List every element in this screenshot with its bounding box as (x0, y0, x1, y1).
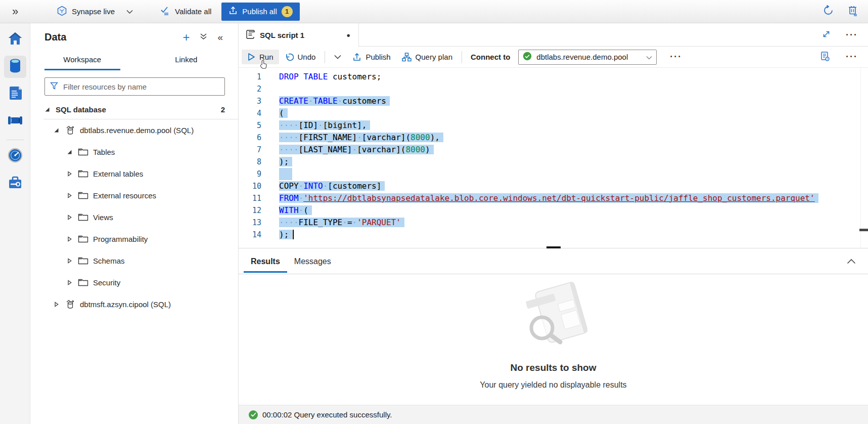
code-line-10[interactable]: 10COPY·INTO·[customers] (239, 180, 868, 192)
environment-selector[interactable]: Synapse live (50, 3, 140, 21)
manage-icon (8, 176, 23, 192)
tree-item-dbtmsft-azsyn-cipool[interactable]: dbtmsft.azsyn.cipool (SQL) (30, 293, 238, 315)
selection-highlight: ····[ID]·[bigint], (279, 120, 370, 130)
code-line-11[interactable]: 11FROM·'https://dbtlabsynapsedatalake.bl… (239, 192, 868, 204)
undo-button[interactable]: Undo (279, 50, 322, 64)
tree-item-security[interactable]: Security (30, 272, 238, 293)
tree-item-label: SQL database (56, 105, 106, 114)
text-caret (293, 230, 294, 239)
scrollbar-thumb[interactable] (859, 229, 868, 231)
collapse-panel-icon[interactable]: « (217, 32, 223, 43)
tab-linked[interactable]: Linked (134, 51, 239, 70)
tree-item-external-tables[interactable]: External tables (30, 163, 238, 185)
toolbar-separator (462, 51, 462, 63)
selection-highlight (279, 168, 292, 180)
publish-label: Publish (366, 53, 390, 61)
script-toolbar: Run Undo Publish Query plan Connect to d… (239, 47, 868, 68)
no-results-title: No results to show (511, 362, 597, 373)
query-plan-label: Query plan (416, 53, 452, 61)
collapse-all-icon[interactable] (200, 33, 207, 42)
collapsed-expander-icon[interactable] (67, 193, 78, 198)
folder-icon (78, 235, 93, 243)
line-number: 5 (239, 119, 261, 132)
expanded-expander-icon[interactable] (54, 128, 65, 133)
refresh-icon[interactable] (823, 5, 834, 18)
undo-redo-dropdown-icon[interactable] (329, 52, 347, 62)
tree-item-schemas[interactable]: Schemas (30, 250, 238, 272)
tree-item-dbtlabs-revenue-demo-pool[interactable]: dbtlabs.revenue.demo.pool (SQL) (30, 119, 238, 141)
publish-all-button[interactable]: Publish all 1 (221, 3, 299, 21)
tree-item-label: Tables (93, 148, 115, 156)
code-line-7[interactable]: 7····[LAST_NAME]·[varchar](8000) (239, 144, 868, 156)
editor-more-icon[interactable]: ··· (846, 52, 858, 62)
tab-sql-script-1[interactable]: SQL script 1 ● (239, 23, 359, 47)
sql-code-editor[interactable]: 1DROP TABLE customers;23CREATE·TABLE·cus… (239, 68, 868, 248)
code-line-6[interactable]: 6····[FIRST_NAME]·[varchar](8000), (239, 132, 868, 144)
filter-resources-input-box[interactable] (44, 77, 225, 96)
rail-item-monitor[interactable] (4, 145, 26, 167)
code-line-5[interactable]: 5····[ID]·[bigint], (239, 119, 868, 132)
publish-icon (229, 6, 238, 17)
discard-all-icon[interactable] (847, 5, 859, 18)
collapsed-expander-icon[interactable] (67, 280, 78, 285)
code-line-4[interactable]: 4( (239, 107, 868, 119)
synapse-logo-icon (57, 6, 67, 18)
tree-item-programmability[interactable]: Programmability (30, 228, 238, 250)
rail-item-home[interactable] (4, 28, 26, 51)
tab-more-actions-icon[interactable]: ··· (846, 30, 858, 40)
code-line-9[interactable]: 9 (239, 168, 868, 180)
line-number: 14 (239, 229, 261, 241)
filter-resources-input[interactable] (63, 82, 219, 91)
toolbar-more-icon[interactable]: ··· (670, 52, 682, 62)
code-line-14[interactable]: 14); (239, 229, 868, 241)
tree-item-tables[interactable]: Tables (30, 141, 238, 163)
add-resource-icon[interactable]: + (182, 32, 190, 43)
rail-item-manage[interactable] (4, 173, 26, 195)
line-number: 6 (239, 132, 261, 144)
tab-workspace[interactable]: Workspace (30, 51, 134, 70)
code-line-12[interactable]: 12WITH·( (239, 204, 868, 217)
validate-all-button[interactable]: Validate all (153, 3, 218, 21)
tree-item-external-resources[interactable]: External resources (30, 185, 238, 206)
tab-messages[interactable]: Messages (287, 256, 338, 271)
collapsed-expander-icon[interactable] (67, 215, 78, 220)
selection-highlight: ····[LAST_NAME]·[varchar](8000) (279, 145, 434, 154)
undo-label: Undo (298, 53, 316, 61)
code-line-2[interactable]: 2 (239, 83, 868, 95)
properties-icon[interactable] (819, 51, 831, 64)
collapsed-expander-icon[interactable] (54, 302, 65, 307)
code-line-1[interactable]: 1DROP TABLE customers; (239, 71, 868, 83)
code-line-3[interactable]: 3CREATE·TABLE·customers (239, 95, 868, 107)
tree-item-sql-database[interactable]: SQL database2 (30, 100, 238, 119)
splitter-handle[interactable] (546, 246, 561, 248)
tree-item-label: Views (93, 213, 113, 222)
tree-item-label: dbtlabs.revenue.demo.pool (SQL) (80, 126, 194, 135)
database-icon (65, 299, 80, 310)
data-icon (9, 58, 22, 75)
connect-pool-dropdown[interactable]: dbtlabs.revenue.demo.pool (518, 50, 657, 65)
rail-item-data[interactable] (4, 56, 26, 78)
chevron-down-icon (646, 53, 652, 61)
expanded-expander-icon[interactable] (67, 149, 78, 155)
expanded-expander-icon[interactable] (44, 107, 56, 112)
publish-button[interactable]: Publish (347, 50, 396, 65)
expand-menu-icon[interactable]: » (0, 5, 30, 18)
code-line-8[interactable]: 8); (239, 156, 868, 168)
collapsed-expander-icon[interactable] (67, 258, 78, 264)
query-plan-button[interactable]: Query plan (396, 50, 458, 65)
rail-item-integrate[interactable] (4, 110, 26, 133)
code-line-13[interactable]: 13····FILE_TYPE·=·'PARQUET' (239, 217, 868, 229)
tree-item-views[interactable]: Views (30, 206, 238, 228)
folder-icon (78, 148, 93, 156)
line-number: 13 (239, 217, 261, 229)
collapsed-expander-icon[interactable] (67, 236, 78, 242)
rail-item-develop[interactable] (4, 83, 26, 105)
tab-results[interactable]: Results (244, 256, 287, 273)
monitor-icon (8, 148, 23, 165)
filter-funnel-icon (50, 82, 58, 92)
folder-icon (78, 191, 93, 200)
collapsed-expander-icon[interactable] (67, 171, 78, 177)
expand-editor-icon[interactable] (822, 30, 831, 40)
database-icon (65, 125, 80, 136)
collapse-results-icon[interactable] (847, 257, 856, 266)
